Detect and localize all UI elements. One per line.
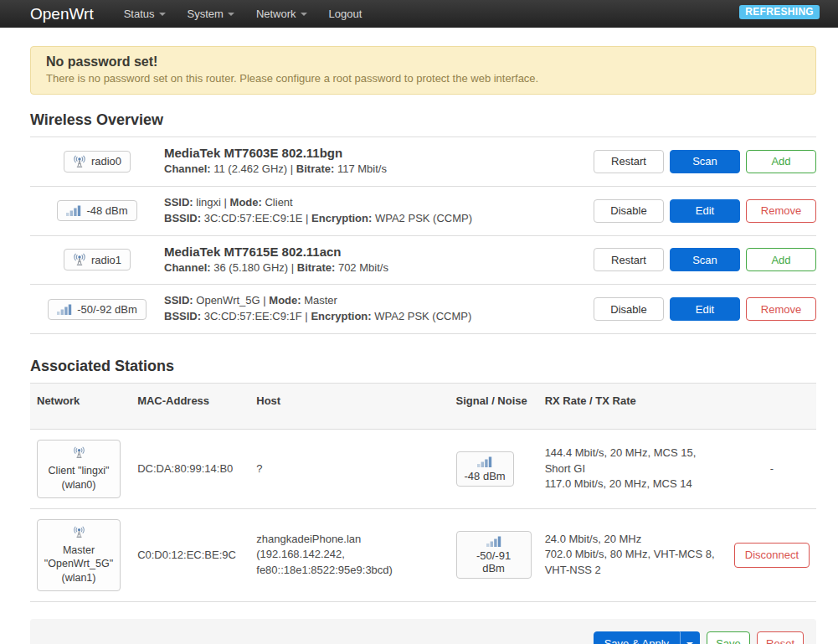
station-signal-value: -48 dBm: [465, 470, 506, 482]
wifi-device-icon: [73, 526, 85, 538]
station-signal-box: -48 dBm: [456, 451, 514, 487]
openwrt5g-signal-value: -50/-92 dBm: [77, 303, 137, 316]
station-network-iface: (wlan1): [41, 571, 116, 585]
lingxi-edit-button[interactable]: Edit: [670, 199, 740, 223]
wifi-device-icon: [73, 446, 85, 459]
openwrt5g-edit-button[interactable]: Edit: [670, 297, 740, 321]
stations-header-row: Network MAC-Address Host Signal / Noise …: [30, 384, 816, 430]
associated-stations-title: Associated Stations: [30, 358, 816, 375]
lingxi-disable-button[interactable]: Disable: [594, 199, 664, 223]
station-tx-rate: 702.0 Mbit/s, 80 MHz, VHT-MCS 8, VHT-NSS…: [545, 547, 721, 579]
radio0-badge: radio0: [64, 151, 131, 173]
header-network: Network: [30, 384, 131, 430]
station-action-placeholder: -: [727, 430, 816, 509]
nav-item-system[interactable]: System: [188, 8, 234, 20]
station-row-lingxi-client: Client "lingxi" (wlan0) DC:DA:80:99:14:B…: [30, 430, 816, 509]
lingxi-remove-button[interactable]: Remove: [746, 199, 816, 223]
station-network-iface: (wlan0): [41, 478, 116, 492]
nav-item-logout[interactable]: Logout: [329, 8, 362, 20]
chevron-down-icon: [159, 13, 166, 16]
openwrt-brand[interactable]: OpenWrt: [30, 5, 94, 23]
openwrt5g-details: SSID: OpenWrt_5G | Mode: Master BSSID: 3…: [164, 293, 577, 325]
station-tx-rate: 117.0 Mbit/s, 20 MHz, MCS 14: [545, 477, 721, 492]
wifi-device-icon: [73, 253, 86, 266]
radio1-badge-label: radio1: [91, 254, 121, 266]
station-signal-box: -50/-91 dBm: [456, 531, 532, 579]
station-rates: 144.4 Mbit/s, 20 MHz, MCS 15, Short GI 1…: [538, 430, 727, 509]
signal-bars-icon: [57, 304, 72, 315]
reset-button[interactable]: Reset: [757, 631, 804, 644]
nav-item-logout-label: Logout: [329, 8, 362, 20]
wifi-device-icon: [73, 155, 86, 168]
alert-message: There is no password set on this router.…: [46, 72, 800, 85]
openwrt5g-signal-badge: -50/-92 dBm: [48, 299, 147, 320]
radio0-details: Channel: 11 (2.462 GHz) | Bitrate: 117 M…: [164, 162, 577, 178]
chevron-down-icon: [301, 13, 307, 16]
station-mac: DC:DA:80:99:14:B0: [131, 430, 249, 509]
header-signal-noise: Signal / Noise: [450, 384, 538, 430]
no-password-alert: No password set! There is no password se…: [30, 46, 816, 95]
signal-bars-icon: [66, 205, 81, 216]
nav-item-status-label: Status: [124, 8, 155, 20]
radio1-add-button[interactable]: Add: [746, 248, 816, 271]
save-apply-button[interactable]: Save & Apply: [594, 631, 680, 644]
radio0-add-button[interactable]: Add: [746, 150, 816, 173]
chevron-down-icon: [228, 13, 234, 16]
radio1-title: MediaTek MT7615E 802.11acn: [164, 245, 577, 259]
radio1-restart-button[interactable]: Restart: [594, 248, 664, 271]
save-button[interactable]: Save: [707, 631, 750, 644]
nav-item-status[interactable]: Status: [124, 8, 166, 20]
openwrt5g-disable-button[interactable]: Disable: [594, 297, 664, 321]
radio0-title: MediaTek MT7603E 802.11bgn: [164, 146, 577, 160]
station-network-name: Client "lingxi": [41, 464, 116, 477]
signal-bars-icon: [486, 536, 501, 547]
lingxi-details: SSID: lingxi | Mode: Client BSSID: 3C:CD…: [164, 195, 577, 227]
save-apply-dropdown-button[interactable]: [680, 631, 700, 644]
nav-item-system-label: System: [188, 8, 224, 20]
station-network-badge: Client "lingxi" (wlan0): [37, 440, 121, 498]
station-network-badge: Master "OpenWrt_5G" (wlan1): [37, 519, 121, 591]
lingxi-signal-badge: -48 dBm: [57, 200, 136, 221]
station-signal-value: -50/-91 dBm: [476, 549, 511, 574]
radio0-badge-label: radio0: [91, 155, 121, 167]
disconnect-button[interactable]: Disconnect: [734, 543, 810, 568]
header-actions: [727, 384, 816, 430]
station-rx-rate: 24.0 Mbit/s, 20 MHz: [545, 532, 721, 548]
station-rx-rate: 144.4 Mbit/s, 20 MHz, MCS 15, Short GI: [545, 446, 721, 477]
wireless-overview-title: Wireless Overview: [30, 111, 816, 129]
refreshing-status-badge[interactable]: REFRESHING: [739, 5, 820, 19]
station-host: ?: [249, 430, 449, 509]
wireless-overview-list: radio0 MediaTek MT7603E 802.11bgn Channe…: [30, 137, 816, 334]
radio1-details: Channel: 36 (5.180 GHz) | Bitrate: 702 M…: [164, 260, 577, 276]
header-rx-tx-rate: RX Rate / TX Rate: [538, 384, 727, 430]
wireless-row-radio0: radio0 MediaTek MT7603E 802.11bgn Channe…: [30, 137, 816, 187]
save-apply-split-button: Save & Apply: [594, 631, 700, 644]
station-row-openwrt5g-master: Master "OpenWrt_5G" (wlan1) C0:D0:12:EC:…: [30, 508, 816, 601]
header-host: Host: [249, 384, 449, 430]
radio0-scan-button[interactable]: Scan: [670, 150, 740, 173]
nav-item-network-label: Network: [256, 8, 296, 20]
signal-bars-icon: [477, 456, 492, 467]
wireless-row-lingxi: -48 dBm SSID: lingxi | Mode: Client BSSI…: [30, 187, 816, 236]
nav-item-network[interactable]: Network: [256, 8, 307, 20]
alert-title: No password set!: [46, 54, 800, 70]
associated-stations-table: Network MAC-Address Host Signal / Noise …: [30, 383, 816, 602]
wireless-row-radio1: radio1 MediaTek MT7615E 802.11acn Channe…: [30, 236, 816, 286]
form-action-bar: Save & Apply Save Reset: [30, 619, 816, 644]
lingxi-signal-value: -48 dBm: [86, 204, 127, 217]
header-mac-address: MAC-Address: [131, 384, 249, 430]
radio1-scan-button[interactable]: Scan: [670, 248, 740, 271]
station-host: zhangkadeiPhone.lan (192.168.142.242, fe…: [249, 508, 449, 601]
station-network-name: Master "OpenWrt_5G": [41, 544, 116, 571]
top-navbar: OpenWrt Status System Network Logout REF…: [0, 0, 838, 28]
radio1-badge: radio1: [64, 249, 131, 270]
openwrt5g-remove-button[interactable]: Remove: [746, 297, 816, 321]
wireless-row-openwrt5g: -50/-92 dBm SSID: OpenWrt_5G | Mode: Mas…: [30, 285, 816, 334]
station-rates: 24.0 Mbit/s, 20 MHz 702.0 Mbit/s, 80 MHz…: [538, 508, 727, 601]
radio0-restart-button[interactable]: Restart: [594, 150, 664, 173]
station-mac: C0:D0:12:EC:BE:9C: [131, 508, 249, 601]
